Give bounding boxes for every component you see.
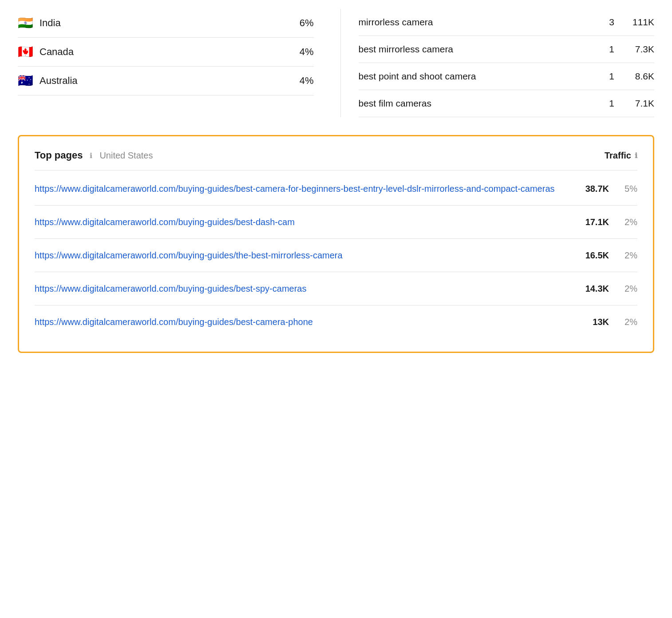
page-url-4[interactable]: https://www.digitalcameraworld.com/buyin… — [35, 315, 578, 329]
page-row-2: https://www.digitalcameraworld.com/buyin… — [35, 239, 637, 272]
keyword-row-2: best point and shoot camera 1 8.6K — [359, 63, 655, 90]
country-left-canada: 🇨🇦 Canada — [18, 46, 74, 58]
page-percent-4: 2% — [620, 317, 637, 327]
keyword-volume-1: 7.3K — [628, 44, 654, 55]
canada-flag-icon: 🇨🇦 — [18, 46, 33, 58]
page-row-3: https://www.digitalcameraworld.com/buyin… — [35, 272, 637, 305]
keyword-pos-1: 1 — [605, 44, 614, 55]
keyword-text-3: best film cameras — [359, 98, 606, 109]
country-percent-canada: 4% — [300, 46, 314, 58]
country-percent-australia: 4% — [300, 75, 314, 87]
page-wrapper: 🇮🇳 India 6% 🇨🇦 Canada 4% 🇦🇺 Australia 4% — [0, 0, 672, 362]
country-row-india: 🇮🇳 India 6% — [18, 9, 314, 38]
keyword-stats-0: 3 111K — [605, 17, 654, 28]
country-name-australia: Australia — [40, 75, 78, 87]
page-stats-2: 16.5K 2% — [578, 250, 637, 261]
page-stats-3: 14.3K 2% — [578, 284, 637, 294]
pages-divider — [35, 170, 637, 170]
country-name-india: India — [40, 17, 61, 29]
keyword-volume-2: 8.6K — [628, 71, 654, 82]
traffic-label-text: Traffic — [605, 151, 631, 161]
keyword-pos-3: 1 — [605, 98, 614, 109]
page-url-2[interactable]: https://www.digitalcameraworld.com/buyin… — [35, 249, 578, 262]
keyword-row-3: best film cameras 1 7.1K — [359, 90, 655, 117]
box-title: Top pages — [35, 150, 83, 161]
page-traffic-1: 17.1K — [578, 217, 609, 227]
keyword-stats-2: 1 8.6K — [605, 71, 654, 82]
top-section: 🇮🇳 India 6% 🇨🇦 Canada 4% 🇦🇺 Australia 4% — [18, 9, 654, 117]
page-row-4: https://www.digitalcameraworld.com/buyin… — [35, 305, 637, 338]
traffic-info-icon[interactable]: ℹ — [635, 151, 637, 160]
page-percent-2: 2% — [620, 250, 637, 261]
page-percent-3: 2% — [620, 284, 637, 294]
keyword-pos-0: 3 — [605, 17, 614, 28]
page-percent-1: 2% — [620, 217, 637, 227]
keywords-section: mirrorless camera 3 111K best mirrorless… — [340, 9, 655, 117]
keyword-stats-1: 1 7.3K — [605, 44, 654, 55]
country-left-australia: 🇦🇺 Australia — [18, 75, 78, 87]
page-stats-4: 13K 2% — [578, 317, 637, 327]
countries-section: 🇮🇳 India 6% 🇨🇦 Canada 4% 🇦🇺 Australia 4% — [18, 9, 340, 117]
box-header-left: Top pages ℹ United States — [35, 150, 153, 161]
page-traffic-4: 13K — [578, 317, 609, 327]
keyword-text-2: best point and shoot camera — [359, 71, 606, 82]
page-traffic-0: 38.7K — [578, 184, 609, 194]
australia-flag-icon: 🇦🇺 — [18, 75, 33, 87]
top-pages-info-icon[interactable]: ℹ — [90, 151, 92, 160]
box-filter: United States — [99, 151, 153, 161]
page-row-0: https://www.digitalcameraworld.com/buyin… — [35, 172, 637, 206]
box-header: Top pages ℹ United States Traffic ℹ — [35, 150, 637, 161]
keyword-pos-2: 1 — [605, 71, 614, 82]
country-percent-india: 6% — [300, 17, 314, 29]
india-flag-icon: 🇮🇳 — [18, 17, 33, 29]
page-stats-1: 17.1K 2% — [578, 217, 637, 227]
page-traffic-3: 14.3K — [578, 284, 609, 294]
page-url-1[interactable]: https://www.digitalcameraworld.com/buyin… — [35, 215, 578, 229]
keyword-text-1: best mirrorless camera — [359, 44, 606, 55]
page-percent-0: 5% — [620, 184, 637, 194]
page-traffic-2: 16.5K — [578, 250, 609, 261]
keyword-text-0: mirrorless camera — [359, 17, 606, 28]
page-row-1: https://www.digitalcameraworld.com/buyin… — [35, 206, 637, 239]
country-left-india: 🇮🇳 India — [18, 17, 61, 29]
country-row-australia: 🇦🇺 Australia 4% — [18, 67, 314, 95]
box-traffic-label: Traffic ℹ — [605, 151, 637, 161]
keyword-row-0: mirrorless camera 3 111K — [359, 9, 655, 36]
keyword-volume-0: 111K — [628, 17, 654, 28]
keyword-stats-3: 1 7.1K — [605, 98, 654, 109]
page-stats-0: 38.7K 5% — [578, 184, 637, 194]
keyword-row-1: best mirrorless camera 1 7.3K — [359, 36, 655, 63]
country-name-canada: Canada — [40, 46, 74, 58]
page-url-3[interactable]: https://www.digitalcameraworld.com/buyin… — [35, 282, 578, 295]
page-url-0[interactable]: https://www.digitalcameraworld.com/buyin… — [35, 182, 578, 195]
top-pages-box: Top pages ℹ United States Traffic ℹ http… — [18, 135, 654, 353]
keyword-volume-3: 7.1K — [628, 98, 654, 109]
country-row-canada: 🇨🇦 Canada 4% — [18, 38, 314, 67]
